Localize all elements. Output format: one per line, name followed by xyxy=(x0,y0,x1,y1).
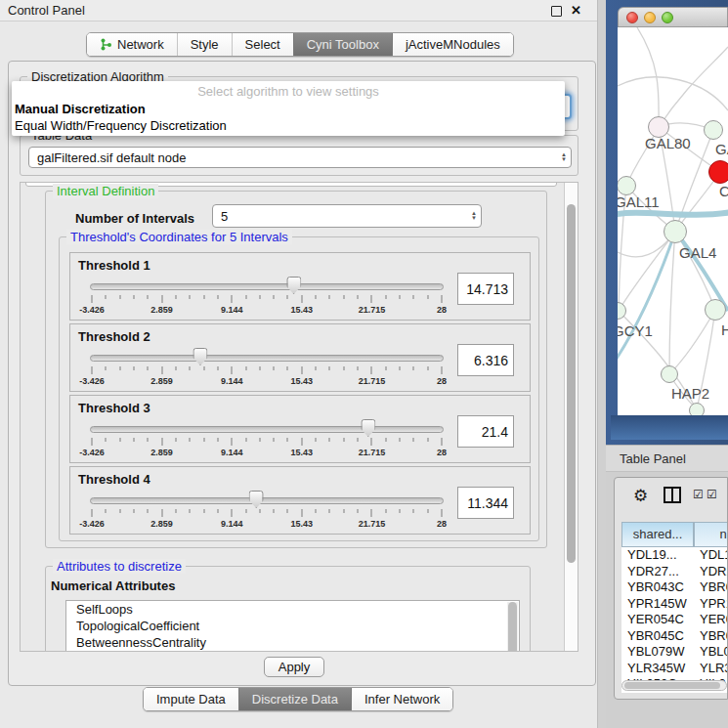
tab-label: Discretize Data xyxy=(252,692,338,707)
threshold-4-slider-track[interactable] xyxy=(90,497,444,504)
minimize-traffic-icon[interactable] xyxy=(644,12,656,23)
tick-mark xyxy=(190,366,191,370)
table-cell[interactable]: YBR043C xyxy=(627,579,700,595)
tick-mark xyxy=(259,295,260,299)
list-item[interactable]: BetweennessCentrality xyxy=(66,634,519,651)
tick-mark xyxy=(106,509,107,513)
threshold-2-slider-thumb[interactable] xyxy=(193,348,207,365)
threshold-1-slider-track[interactable] xyxy=(90,283,444,290)
column-header-0[interactable]: shared... xyxy=(621,522,694,547)
close-icon[interactable]: ✕ xyxy=(571,3,581,18)
tick-mark xyxy=(442,438,443,446)
list-item[interactable]: SelfLoops xyxy=(66,601,519,618)
table-cell[interactable]: YDL19... xyxy=(627,547,700,563)
network-node-ga[interactable] xyxy=(704,120,723,140)
list-scrollbar[interactable] xyxy=(507,602,518,652)
list-item[interactable]: TopologicalCoefficient xyxy=(66,618,519,634)
table-cell[interactable]: YBR045C xyxy=(627,628,700,644)
combo-stepper-icon[interactable]: ▲▼ xyxy=(561,152,567,162)
tab-jactivemnodules[interactable]: jActiveMNodules xyxy=(392,33,513,56)
threshold-4-slider-thumb[interactable] xyxy=(249,491,264,508)
tick-label: 28 xyxy=(437,448,447,457)
tick-mark xyxy=(358,295,359,299)
apply-button[interactable]: Apply xyxy=(264,657,324,677)
tab-discretize-data[interactable]: Discretize Data xyxy=(238,688,351,710)
float-icon[interactable] xyxy=(551,6,562,17)
close-traffic-icon[interactable] xyxy=(626,12,638,23)
network-node-gal11[interactable] xyxy=(618,176,636,195)
table-cell[interactable]: YDR27... xyxy=(627,564,700,579)
tab-select[interactable]: Select xyxy=(232,33,293,56)
network-node[interactable] xyxy=(689,403,705,415)
table-cell[interactable]: YPR145W xyxy=(627,596,700,612)
tick-mark xyxy=(92,295,93,303)
settings-scrollbar[interactable] xyxy=(564,183,578,652)
checkbox-icon[interactable]: ☑ xyxy=(693,488,704,501)
tab-cyni-toolbox[interactable]: Cyni Toolbox xyxy=(293,33,392,56)
network-node-h[interactable] xyxy=(705,299,726,321)
table-row[interactable]: YDR27...YDR2 xyxy=(621,564,728,580)
dropdown-option-manual[interactable]: Manual Discretization xyxy=(15,102,562,116)
network-node-hap2[interactable] xyxy=(661,365,678,383)
tab-label: Infer Network xyxy=(364,692,440,707)
threshold-1-slider-thumb[interactable] xyxy=(286,277,301,294)
table-cell[interactable]: YLR3 xyxy=(700,661,728,676)
combo-stepper-icon[interactable]: ▲▼ xyxy=(471,211,477,221)
table-cell[interactable]: YLR345W xyxy=(627,661,700,676)
tick-mark xyxy=(245,438,246,442)
threshold-2-slider-track[interactable] xyxy=(90,355,444,362)
threshold-2-panel: Threshold 2 -3.4262.8599.14415.4321.7152… xyxy=(69,323,531,392)
threshold-2-value-field[interactable]: 6.316 xyxy=(457,344,514,376)
table-cell[interactable]: YDR2 xyxy=(700,564,728,579)
threshold-4-value-field[interactable]: 11.344 xyxy=(457,487,514,519)
table-row[interactable]: YLR345WYLR3 xyxy=(621,661,728,677)
table-horizontal-scrollbar[interactable] xyxy=(621,680,727,691)
table-cell[interactable]: YBR0 xyxy=(700,628,728,644)
table-cell[interactable]: YER0 xyxy=(700,612,728,627)
threshold-1-value-field[interactable]: 14.713 xyxy=(457,273,514,305)
tick-mark xyxy=(329,509,330,513)
network-node-gal4[interactable] xyxy=(664,220,687,243)
network-node-c[interactable] xyxy=(708,160,728,184)
tick-mark xyxy=(329,366,330,370)
threshold-3-slider-thumb[interactable] xyxy=(361,419,375,437)
table-cell[interactable]: YBR0 xyxy=(700,579,728,595)
table-row[interactable]: YDL19...YDL1 xyxy=(621,547,728,564)
threshold-3-slider-track[interactable] xyxy=(90,426,444,433)
table-cell[interactable]: YPR1 xyxy=(700,596,728,612)
tab-impute-data[interactable]: Impute Data xyxy=(144,688,238,710)
table-cell[interactable]: YDL1 xyxy=(700,547,728,563)
network-canvas[interactable]: GAL80GACGAL11GAL4GCY1HHAP2 xyxy=(618,27,728,415)
tick-mark xyxy=(232,438,233,446)
gear-icon[interactable]: ⚙ xyxy=(633,486,648,506)
tick-mark xyxy=(133,509,134,513)
settings-scrollbar-thumb[interactable] xyxy=(567,204,576,563)
table-row[interactable]: YBR045CYBR0 xyxy=(621,628,728,645)
column-header-1[interactable]: n xyxy=(694,522,728,547)
table-row[interactable]: YBL079WYBL0 xyxy=(621,644,728,661)
table-cell[interactable]: YER054C xyxy=(627,612,700,627)
checkbox-icon[interactable]: ☑ xyxy=(707,488,717,501)
split-column-icon[interactable] xyxy=(664,487,681,503)
list-scrollbar-thumb[interactable] xyxy=(508,602,517,652)
tab-style[interactable]: Style xyxy=(177,33,232,56)
tick-mark xyxy=(343,366,344,370)
table-row[interactable]: YER054CYER0 xyxy=(621,612,728,628)
attributes-group-label: Attributes to discretize xyxy=(53,559,186,574)
tick-mark xyxy=(287,295,288,299)
zoom-traffic-icon[interactable] xyxy=(662,12,673,23)
table-cell[interactable]: YBL079W xyxy=(627,644,700,660)
threshold-3-value-field[interactable]: 21.4 xyxy=(457,415,514,448)
table-cell[interactable]: YBL0 xyxy=(700,644,728,660)
num-intervals-combobox[interactable]: 5 ▲▼ xyxy=(212,204,482,228)
dropdown-option-equal-width[interactable]: Equal Width/Frequency Discretization xyxy=(15,118,562,133)
tick-mark xyxy=(175,438,176,442)
table-scrollbar-thumb[interactable] xyxy=(624,682,720,689)
tab-infer-network[interactable]: Infer Network xyxy=(351,688,452,710)
table-row[interactable]: YBR043CYBR0 xyxy=(621,579,728,596)
table-row[interactable]: YPR145WYPR1 xyxy=(621,596,728,613)
tab-network[interactable]: Network xyxy=(87,33,177,56)
table-data-combobox[interactable]: galFiltered.sif default node ▲▼ xyxy=(28,147,572,168)
algorithm-dropdown-popup: Select algorithm to view settings Manual… xyxy=(12,81,565,136)
tick-mark xyxy=(133,366,134,370)
